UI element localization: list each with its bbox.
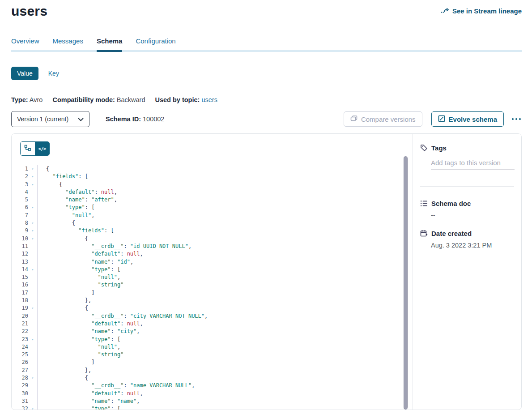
code-line: 18 },	[12, 297, 413, 304]
fold-gutter	[28, 196, 38, 204]
fold-arrow-icon[interactable]: ▾	[28, 204, 38, 211]
line-number: 9	[12, 227, 28, 235]
code-content: "string"	[38, 281, 123, 289]
tab-configuration[interactable]: Configuration	[136, 37, 175, 52]
date-created-heading-label: Date created	[431, 230, 472, 237]
dot	[512, 118, 514, 120]
evolve-schema-button[interactable]: Evolve schema	[431, 111, 504, 127]
line-number: 22	[12, 328, 28, 335]
line-number: 4	[12, 188, 28, 196]
fold-arrow-icon[interactable]: ▾	[28, 165, 38, 173]
code-line: 25 "string"	[12, 351, 413, 359]
fold-gutter	[28, 273, 38, 281]
editor-view-toggle: </>	[20, 141, 50, 156]
code-content: "name": "city",	[38, 328, 140, 335]
fold-arrow-icon[interactable]: ▾	[28, 227, 38, 235]
line-number: 11	[12, 243, 28, 250]
type-value: Avro	[30, 96, 43, 103]
code-content: "fields": [	[38, 227, 114, 235]
code-content: },	[38, 297, 91, 304]
code-line: 2▾ "fields": [	[12, 173, 413, 180]
code-content: "name": "id",	[38, 258, 133, 266]
code-content: ]	[38, 289, 94, 297]
code-line: 14▾ "type": [	[12, 266, 413, 273]
code-line: 9▾ "fields": [	[12, 227, 413, 235]
tags-input[interactable]	[431, 159, 515, 170]
fold-arrow-icon[interactable]: ▾	[28, 405, 38, 410]
fold-gutter	[28, 243, 38, 250]
fold-arrow-icon[interactable]: ▾	[28, 336, 38, 343]
code-line: 13 "name": "id",	[12, 258, 413, 266]
line-number: 8	[12, 219, 28, 227]
compare-versions-button[interactable]: Compare versions	[344, 111, 422, 127]
code-editor[interactable]: 1▾{2▾ "fields": [3▾ {4 "default": null,5…	[12, 165, 413, 410]
fold-arrow-icon[interactable]: ▾	[28, 304, 38, 312]
code-line: 29 "__crdb__": "name VARCHAR NULL",	[12, 382, 413, 389]
version-select[interactable]: Version 1 (current)	[11, 111, 89, 127]
line-number: 27	[12, 367, 28, 374]
tree-view-button[interactable]	[21, 142, 35, 155]
line-number: 19	[12, 304, 28, 312]
fold-gutter	[28, 382, 38, 389]
fold-gutter	[28, 281, 38, 289]
tab-schema[interactable]: Schema	[97, 37, 123, 52]
code-content: "type": [	[38, 204, 94, 211]
line-number: 1	[12, 165, 28, 173]
date-created-heading: Date created	[420, 230, 514, 237]
fold-gutter	[28, 397, 38, 405]
code-content: {	[38, 235, 88, 243]
code-view-icon: </>	[38, 146, 46, 152]
line-number: 24	[12, 343, 28, 351]
schema-editor: </> 1▾{2▾ "fields": [3▾ {4 "default": nu…	[12, 134, 413, 410]
schema-doc-value: --	[431, 212, 514, 219]
version-select-value: Version 1 (current)	[17, 115, 68, 123]
fold-arrow-icon[interactable]: ▾	[28, 235, 38, 243]
code-content: {	[38, 181, 62, 188]
tab-messages[interactable]: Messages	[53, 37, 83, 52]
value-toggle-button[interactable]: Value	[11, 67, 38, 80]
tags-heading-label: Tags	[431, 144, 447, 152]
line-number: 16	[12, 281, 28, 289]
line-number: 2	[12, 173, 28, 180]
code-view-button[interactable]: </>	[35, 142, 49, 155]
line-number: 32	[12, 405, 28, 410]
see-in-stream-lineage-link[interactable]: See in Stream lineage	[441, 7, 522, 15]
tag-icon	[420, 144, 428, 152]
code-content: "string"	[38, 351, 123, 359]
code-content: "default": null,	[38, 250, 143, 258]
code-line: 7 "null",	[12, 212, 413, 219]
topic-tabs: Overview Messages Schema Configuration	[11, 37, 522, 52]
fold-gutter	[28, 328, 38, 335]
code-content: "__crdb__": "id UUID NOT NULL",	[38, 243, 192, 250]
schema-id-value: 100002	[143, 115, 164, 123]
key-toggle-button[interactable]: Key	[48, 70, 59, 77]
code-line: 11 "__crdb__": "id UUID NOT NULL",	[12, 243, 413, 250]
compatibility-value: Backward	[117, 96, 145, 103]
stream-lineage-icon	[441, 8, 449, 14]
topic-link[interactable]: users	[201, 96, 217, 103]
code-content: "default": null,	[38, 320, 143, 328]
code-content: {	[38, 219, 75, 227]
fold-arrow-icon[interactable]: ▾	[28, 374, 38, 382]
code-line: 8▾ {	[12, 219, 413, 227]
code-content: "null",	[38, 212, 94, 219]
fold-arrow-icon[interactable]: ▾	[28, 173, 38, 180]
code-content: "null",	[38, 273, 120, 281]
editor-scrollbar[interactable]	[404, 156, 408, 410]
code-content: "default": null,	[38, 188, 117, 196]
meta-topic: Used by topic: users	[155, 96, 217, 103]
line-number: 25	[12, 351, 28, 359]
schema-id-label: Schema ID:	[106, 115, 141, 123]
code-content: {	[38, 165, 49, 173]
copy-icon	[350, 115, 358, 124]
fold-arrow-icon[interactable]: ▾	[28, 181, 38, 188]
line-number: 17	[12, 289, 28, 297]
fold-arrow-icon[interactable]: ▾	[28, 266, 38, 273]
line-number: 29	[12, 382, 28, 389]
tab-overview[interactable]: Overview	[11, 37, 39, 52]
fold-arrow-icon[interactable]: ▾	[28, 219, 38, 227]
code-content: "name": "name",	[38, 397, 140, 405]
page-header: users See in Stream lineage	[11, 0, 522, 19]
more-options-button[interactable]	[511, 115, 522, 123]
fold-gutter	[28, 343, 38, 351]
